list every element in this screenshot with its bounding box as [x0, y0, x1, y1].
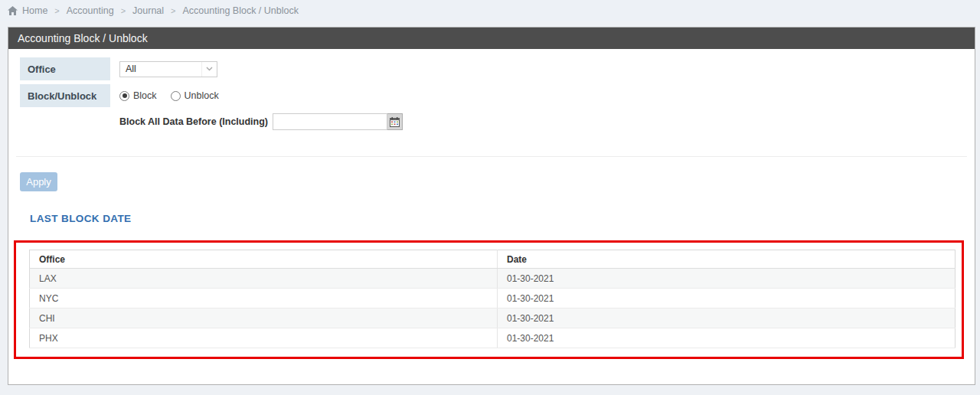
office-select-value: All	[120, 64, 201, 74]
main-panel: Accounting Block / Unblock Office All Bl…	[8, 27, 975, 385]
breadcrumb-separator: >	[54, 6, 59, 15]
date-cell: 01-30-2021	[498, 289, 956, 308]
table-header-row: Office Date	[30, 250, 956, 269]
table-row: NYC01-30-2021	[30, 289, 956, 308]
table-row: PHX01-30-2021	[30, 328, 956, 348]
last-block-date-table: Office Date LAX01-30-2021NYC01-30-2021CH…	[29, 250, 956, 348]
block-date-input[interactable]	[273, 113, 387, 130]
office-label: Office	[20, 57, 110, 80]
breadcrumb-item-accounting[interactable]: Accounting	[67, 5, 114, 16]
radio-unblock-circle[interactable]	[171, 91, 181, 101]
apply-button[interactable]: Apply	[20, 172, 57, 191]
block-date-row: Block All Data Before (Including)	[119, 113, 975, 130]
radio-block-label: Block	[133, 90, 157, 101]
office-cell: LAX	[30, 269, 498, 289]
annotation-red-box: Office Date LAX01-30-2021NYC01-30-2021CH…	[14, 240, 964, 359]
chevron-down-icon	[201, 62, 217, 77]
page-title: Accounting Block / Unblock	[8, 28, 975, 49]
office-select[interactable]: All	[119, 61, 217, 77]
radio-unblock-label: Unblock	[185, 90, 219, 101]
office-cell: PHX	[30, 328, 498, 348]
table-body: LAX01-30-2021NYC01-30-2021CHI01-30-2021P…	[30, 269, 956, 348]
last-block-date-heading: LAST BLOCK DATE	[30, 213, 975, 224]
calendar-icon[interactable]	[387, 113, 403, 130]
office-row: Office All	[20, 57, 975, 80]
office-field: All	[119, 61, 217, 77]
breadcrumb-separator: >	[171, 6, 175, 15]
breadcrumb-item-journal[interactable]: Journal	[132, 5, 164, 16]
radio-block[interactable]: Block	[119, 90, 157, 101]
breadcrumb-item-current: Accounting Block / Unblock	[183, 5, 299, 16]
block-date-label: Block All Data Before (Including)	[119, 116, 268, 127]
block-unblock-row: Block/Unblock Block Unblock	[20, 84, 975, 107]
radio-block-circle[interactable]	[119, 91, 129, 101]
breadcrumb-item-home[interactable]: Home	[22, 5, 47, 16]
block-unblock-radio-group: Block Unblock	[119, 90, 233, 101]
office-column-header: Office	[30, 250, 498, 269]
table-row: LAX01-30-2021	[30, 269, 956, 289]
date-cell: 01-30-2021	[498, 269, 956, 289]
table-row: CHI01-30-2021	[30, 308, 956, 328]
date-cell: 01-30-2021	[498, 328, 956, 348]
block-unblock-label: Block/Unblock	[20, 84, 110, 107]
section-divider	[16, 156, 967, 157]
breadcrumb-separator: >	[121, 6, 126, 15]
radio-unblock[interactable]: Unblock	[171, 90, 219, 101]
date-cell: 01-30-2021	[498, 308, 956, 328]
breadcrumb: Home > Accounting > Journal > Accounting…	[0, 0, 980, 21]
date-column-header: Date	[498, 250, 956, 269]
office-cell: NYC	[30, 289, 498, 308]
office-cell: CHI	[30, 308, 498, 328]
home-icon[interactable]	[8, 6, 18, 15]
panel-body: Office All Block/Unblock Block	[8, 57, 975, 359]
